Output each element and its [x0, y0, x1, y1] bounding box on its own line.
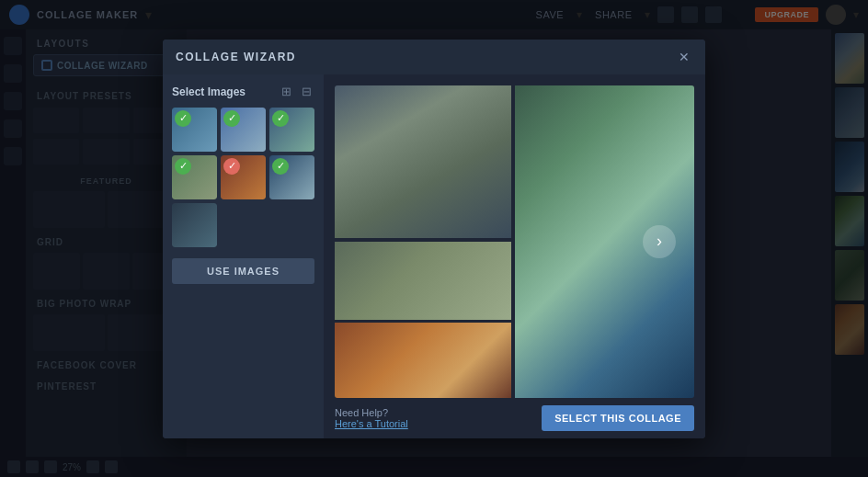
thumbnail-7[interactable]	[172, 203, 217, 247]
collage-cell-1	[335, 85, 511, 239]
check-icon-4: ✓	[175, 158, 191, 175]
collage-preview-panel: › Need Help? Here's a Tutorial SELECT TH…	[324, 74, 705, 438]
modal-header: COLLAGE WIZARD ✕	[163, 40, 705, 74]
select-images-title: Select Images	[172, 85, 246, 98]
thumbnail-3[interactable]: ✓	[269, 108, 314, 152]
check-icon-6: ✓	[272, 158, 289, 175]
collage-footer: Need Help? Here's a Tutorial SELECT THIS…	[335, 405, 694, 431]
collage-cell-3	[335, 242, 511, 320]
modal-body: Select Images ⊞ ⊟ ✓ ✓	[163, 74, 705, 438]
thumbnail-1[interactable]: ✓	[172, 108, 217, 152]
list-view-button[interactable]: ⊟	[298, 84, 314, 100]
image-selector-panel: Select Images ⊞ ⊟ ✓ ✓	[163, 74, 324, 438]
thumbnail-6[interactable]: ✓	[269, 155, 314, 199]
help-text: Need Help?	[335, 407, 408, 418]
thumbnail-4[interactable]: ✓	[172, 155, 217, 199]
view-toggle: ⊞ ⊟	[278, 84, 314, 100]
tutorial-link[interactable]: Here's a Tutorial	[335, 418, 408, 429]
check-icon-5: ✓	[223, 158, 240, 175]
check-icon-2: ✓	[223, 110, 240, 127]
collage-mosaic: ›	[335, 85, 694, 398]
check-icon-1: ✓	[175, 110, 191, 127]
select-collage-button[interactable]: SELECT THIS COLLAGE	[542, 405, 694, 431]
collage-wizard-modal: COLLAGE WIZARD ✕ Select Images ⊞ ⊟	[163, 40, 705, 438]
image-selector-header: Select Images ⊞ ⊟	[172, 84, 314, 100]
thumbnail-2[interactable]: ✓	[221, 108, 266, 152]
next-collage-button[interactable]: ›	[643, 225, 676, 258]
modal-overlay: COLLAGE WIZARD ✕ Select Images ⊞ ⊟	[0, 0, 868, 477]
help-section: Need Help? Here's a Tutorial	[335, 407, 408, 429]
check-icon-3: ✓	[272, 110, 289, 127]
collage-cell-4	[335, 323, 511, 398]
modal-title: COLLAGE WIZARD	[176, 51, 296, 63]
use-images-button[interactable]: USE IMAGES	[172, 258, 314, 284]
modal-close-button[interactable]: ✕	[676, 49, 692, 65]
thumbnail-5[interactable]: ✓	[221, 155, 266, 199]
grid-view-button[interactable]: ⊞	[278, 84, 294, 100]
thumbnail-grid: ✓ ✓ ✓ ✓	[172, 108, 314, 247]
